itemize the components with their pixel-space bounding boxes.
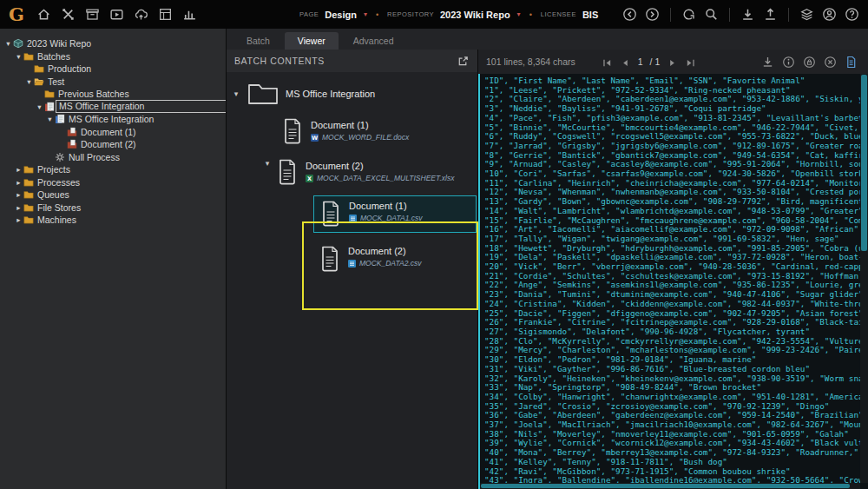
scrollbar-thumb[interactable]	[861, 75, 867, 251]
batch-document-2[interactable]: ▾ Document (2) MOCK_DATA_EXCEL_MULTISHEE…	[263, 159, 477, 185]
document-label: Document (2)	[306, 161, 454, 171]
word-file-icon	[311, 134, 319, 142]
expander-icon[interactable]: ▾	[24, 77, 34, 86]
csv-text-content: "ID", "First Name", "Last Name", "Email"…	[480, 74, 868, 486]
tree-item-test[interactable]: ▾ Test	[0, 76, 226, 89]
download-icon[interactable]	[740, 7, 755, 22]
tree-item-label: File Stores	[37, 202, 81, 213]
topbar-left-icons	[36, 7, 197, 22]
tab-advanced[interactable]: Advanced	[340, 32, 407, 50]
document-icon	[67, 139, 77, 149]
batch-child-document-2[interactable]: Document (2) MOCK_DATA2.csv	[313, 241, 477, 277]
folder-icon	[23, 189, 34, 200]
expander-icon[interactable]: ▸	[14, 203, 23, 212]
batch-document-1[interactable]: Document (1) MOCK_WORD_FILE.docx	[282, 118, 477, 144]
text-file-icon[interactable]	[845, 56, 858, 69]
folder-icon	[247, 83, 279, 105]
close-icon[interactable]	[824, 56, 837, 69]
folder-icon	[44, 89, 55, 99]
tree-item-label-selected: MS Office Integration	[56, 100, 227, 113]
cloud-upload-icon[interactable]	[134, 7, 148, 22]
tree-item-projects[interactable]: ▸ Projects	[0, 163, 226, 176]
chevron-down-icon[interactable]: ▾	[364, 10, 367, 18]
expander-icon[interactable]: ▾	[232, 89, 240, 98]
search-icon[interactable]	[704, 7, 719, 22]
archive-box-icon[interactable]	[85, 7, 100, 22]
storage-icon[interactable]	[158, 7, 173, 22]
refresh-icon[interactable]	[681, 7, 696, 22]
tree-item-label: Test	[48, 76, 64, 87]
download-icon[interactable]	[761, 56, 774, 69]
tree-item-processes[interactable]: ▸ Processes	[0, 176, 226, 189]
tree-item-null-process[interactable]: Null Process	[0, 151, 226, 164]
tree-item-repo-root[interactable]: ▾ 2023 Wiki Repo	[0, 37, 226, 50]
tree-item-queues[interactable]: ▸ Queues	[0, 188, 226, 202]
next-page-icon[interactable]	[667, 56, 678, 68]
vertical-scrollbar[interactable]	[860, 74, 868, 483]
tab-bar: Batch Viewer Advanced	[227, 29, 868, 50]
home-icon[interactable]	[36, 7, 51, 22]
batch-root-folder[interactable]: ▾ MS Office Integration	[232, 81, 477, 107]
repository-selector[interactable]: 2023 Wiki Repo	[440, 10, 510, 20]
separator-dot: •	[376, 10, 378, 19]
user-icon[interactable]	[822, 7, 837, 22]
tree-item-ms-office-integration-folder[interactable]: ▾ MS Office Integration	[0, 113, 226, 126]
horizontal-scrollbar[interactable]	[480, 483, 860, 489]
tab-viewer[interactable]: Viewer	[285, 32, 339, 50]
gear-icon	[55, 152, 65, 162]
upload-icon[interactable]	[763, 7, 778, 22]
tree-item-file-stores[interactable]: ▸ File Stores	[0, 202, 226, 215]
viewer-content-area[interactable]: "ID", "First Name", "Last Name", "Email"…	[478, 74, 868, 489]
info-icon[interactable]	[782, 56, 795, 69]
tree-item-production[interactable]: Production	[0, 63, 226, 76]
first-page-icon[interactable]	[602, 56, 613, 68]
tools-icon[interactable]	[61, 7, 76, 22]
tab-batch[interactable]: Batch	[233, 32, 283, 50]
back-icon[interactable]	[622, 7, 637, 22]
document-label: Document (1)	[349, 201, 422, 211]
tree-item-label: Queues	[37, 189, 69, 200]
page-icon	[277, 159, 298, 185]
document-filename: MOCK_DATA_EXCEL_MULTISHEET.xlsx	[317, 174, 454, 182]
expander-icon[interactable]: ▸	[14, 178, 23, 187]
separator-dot: •	[529, 10, 532, 19]
page-selector[interactable]: Design	[325, 10, 357, 20]
tree-item-label: Document (1)	[81, 127, 136, 137]
last-page-icon[interactable]	[685, 56, 696, 68]
lock-icon[interactable]	[803, 56, 816, 69]
batch-folder-icon	[55, 114, 65, 124]
document-filename: MOCK_DATA2.csv	[359, 259, 421, 268]
tree-item-document-1[interactable]: Document (1)	[0, 126, 226, 139]
expander-icon[interactable]: ▸	[14, 215, 23, 224]
tree-item-document-2[interactable]: Document (2)	[0, 138, 226, 151]
scrollbar-thumb[interactable]	[481, 484, 850, 488]
bar-chart-icon[interactable]	[182, 7, 197, 22]
expander-icon[interactable]: ▾	[35, 102, 44, 111]
divider	[729, 8, 730, 22]
batch-contents-panel: BATCH CONTENTS ▾ MS Office Integration	[227, 50, 478, 489]
expander-icon[interactable]: ▾	[3, 39, 13, 48]
tree-item-previous-batches[interactable]: Previous Batches	[0, 88, 226, 101]
page-number[interactable]: 1	[638, 56, 643, 67]
repository-icon	[13, 38, 23, 49]
expander-icon[interactable]: ▾	[45, 115, 55, 123]
document-label: Document (1)	[311, 120, 409, 130]
help-icon[interactable]	[845, 7, 859, 22]
layers-icon[interactable]	[799, 7, 814, 22]
expander-icon[interactable]: ▾	[14, 52, 23, 61]
forward-icon[interactable]	[645, 7, 660, 22]
batch-child-document-1-selected[interactable]: Document (1) MOCK_DATA1.csv	[313, 195, 477, 233]
chevron-down-icon[interactable]: ▾	[517, 10, 521, 18]
document-icon	[67, 127, 77, 137]
tree-item-batches[interactable]: ▾ Batches	[0, 50, 226, 63]
expander-icon[interactable]: ▾	[263, 159, 272, 168]
tree-item-machines[interactable]: ▸ Machines	[0, 214, 226, 227]
popout-icon[interactable]	[457, 55, 470, 68]
previous-page-icon[interactable]	[620, 56, 631, 68]
folder-icon	[23, 164, 34, 175]
expander-icon[interactable]: ▸	[14, 165, 23, 174]
tree-item-ms-office-integration-batch[interactable]: ▾ MS Office Integration	[0, 101, 226, 114]
video-icon[interactable]	[109, 7, 124, 22]
page-icon	[319, 246, 340, 272]
expander-icon[interactable]: ▸	[14, 190, 23, 199]
